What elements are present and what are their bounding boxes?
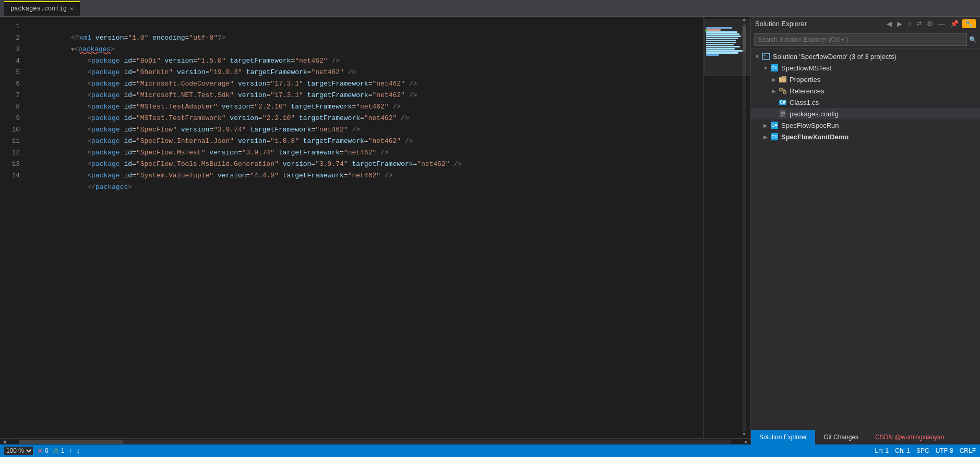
line-num-1: 1 xyxy=(0,21,20,32)
specflowspecrun-label: SpecFlowSpecRun xyxy=(781,122,839,129)
scroll-left-arrow[interactable]: ◀ xyxy=(0,439,8,445)
line-num-9: 9 xyxy=(0,113,20,124)
expand-icon-specflowmstest[interactable]: ▼ xyxy=(761,65,770,71)
status-bar: 100 % ✕ 0 ⚠ 1 ↑ ↓ Ln: 1 Ch: 1 SPC UTF-8 … xyxy=(0,444,980,457)
expand-icon-solution[interactable]: ▼ xyxy=(753,54,761,59)
expand-icon-specflowxunitdemo[interactable]: ▶ xyxy=(761,134,770,140)
solution-explorer-title: Solution Explorer xyxy=(755,20,807,28)
se-header-controls: ◀ ▶ ⌂ ⇄ ⚙ — 📌 🔧 xyxy=(885,19,976,28)
expand-icon-references[interactable]: ▶ xyxy=(770,88,778,94)
scroll-thumb[interactable] xyxy=(19,440,123,444)
tree-item-class1[interactable]: ▶ C# Class1.cs xyxy=(751,97,980,108)
se-forward-button[interactable]: ▶ xyxy=(895,19,904,28)
tab-close-button[interactable]: ✕ xyxy=(70,5,74,12)
tab-filename: packages.config xyxy=(10,5,67,13)
project-icon-specflowxunitdemo: C# xyxy=(770,133,779,141)
tree-item-solution[interactable]: ▼ Solution 'SpecflowDemo' (3 of 3 projec… xyxy=(751,51,980,62)
references-icon xyxy=(778,87,787,95)
tree-item-specflowxunitdemo[interactable]: ▶ C# SpecFlowXunitDemo xyxy=(751,131,980,142)
search-icon: 🔍 xyxy=(969,36,977,44)
error-count: 0 xyxy=(45,447,49,454)
line-num-14: 14 xyxy=(0,170,20,182)
line-num-13: 13 xyxy=(0,159,20,170)
svg-rect-3 xyxy=(780,88,782,91)
line-ending-status: CRLF xyxy=(960,447,976,454)
encoding-status: UTF-8 xyxy=(936,447,953,454)
tree-item-specflowmstest[interactable]: ▼ C# SpecflowMSTest xyxy=(751,62,980,74)
solution-icon xyxy=(761,52,771,61)
se-minimize-button[interactable]: — xyxy=(937,19,947,28)
solution-explorer-panel: Solution Explorer ◀ ▶ ⌂ ⇄ ⚙ — 📌 🔧 🔍 ▼ xyxy=(750,17,980,444)
line-num-7: 7 xyxy=(0,90,20,101)
svg-rect-2 xyxy=(763,57,768,57)
svg-rect-1 xyxy=(763,55,766,56)
scroll-track[interactable] xyxy=(19,440,732,444)
editor-tab[interactable]: packages.config ✕ xyxy=(4,1,80,16)
cs-icon-class1: C# xyxy=(778,98,787,106)
solution-label: Solution 'SpecflowDemo' (3 of 3 projects… xyxy=(773,53,897,61)
se-pin-button[interactable]: 📌 xyxy=(949,19,960,28)
editor-area: 1 2 3 4 5 6 7 8 9 10 11 12 13 14 <?xml v… xyxy=(0,17,750,444)
line-num-10: 10 xyxy=(0,124,20,136)
specflowxunitdemo-label: SpecFlowXunitDemo xyxy=(781,133,848,141)
code-line-1: <?xml version="1.0" encoding="utf-8"?> xyxy=(30,21,703,32)
warning-icon: ⚠ xyxy=(53,447,59,455)
line-num-6: 6 xyxy=(0,78,20,90)
class1-label: Class1.cs xyxy=(790,99,819,106)
project-icon-specflowspecrun: C# xyxy=(770,121,779,129)
main-layout: 1 2 3 4 5 6 7 8 9 10 11 12 13 14 <?xml v… xyxy=(0,17,980,444)
tree-item-references[interactable]: ▶ References xyxy=(751,85,980,97)
sort-up-button[interactable]: ↑ xyxy=(68,447,72,455)
spc-status: SPC xyxy=(916,447,929,454)
code-line-3: <package id="BoDi" version="1.5.0" targe… xyxy=(30,44,703,55)
se-tools-button[interactable]: 🔧 xyxy=(962,19,976,28)
svg-rect-4 xyxy=(783,91,786,93)
tree-item-properties[interactable]: ▶ Properties xyxy=(751,74,980,85)
title-bar: packages.config ✕ xyxy=(0,0,980,17)
sort-down-button[interactable]: ↓ xyxy=(76,447,80,455)
folder-icon-properties xyxy=(778,75,787,83)
status-error: ✕ 0 xyxy=(37,447,49,455)
solution-explorer-search[interactable] xyxy=(754,33,967,46)
status-right: Ln: 1 Ch: 1 SPC UTF-8 CRLF xyxy=(875,447,976,454)
line-num-5: 5 xyxy=(0,67,20,78)
config-icon-packages xyxy=(778,110,787,118)
solution-explorer-header: Solution Explorer ◀ ▶ ⌂ ⇄ ⚙ — 📌 🔧 xyxy=(751,17,980,31)
expand-icon-class1: ▶ xyxy=(770,100,778,105)
scroll-right-arrow[interactable]: ▶ xyxy=(742,439,750,445)
tab-csdn[interactable]: CSDN @wumingxiaoyao xyxy=(867,430,952,444)
bottom-tabs: Solution Explorer Git Changes CSDN @wumi… xyxy=(751,430,980,444)
tab-git-changes[interactable]: Git Changes xyxy=(815,430,867,444)
packages-config-label: packages.config xyxy=(790,110,839,118)
references-label: References xyxy=(790,87,824,95)
zoom-select[interactable]: 100 % xyxy=(4,447,33,455)
se-back-button[interactable]: ◀ xyxy=(885,19,893,28)
solution-explorer-tree: ▼ Solution 'SpecflowDemo' (3 of 3 projec… xyxy=(751,49,980,430)
line-num-8: 8 xyxy=(0,101,20,113)
expand-icon-specflowspecrun[interactable]: ▶ xyxy=(761,123,770,128)
expand-icon-packages: ▶ xyxy=(770,111,778,117)
code-editor[interactable]: <?xml version="1.0" encoding="utf-8"?> ▼… xyxy=(26,17,703,438)
warning-count: 1 xyxy=(61,447,65,454)
se-search-row: 🔍 xyxy=(751,31,980,49)
tree-item-packages-config[interactable]: ▶ packages.config xyxy=(751,108,980,119)
minimap-viewport xyxy=(704,19,750,76)
se-home-button[interactable]: ⌂ xyxy=(906,19,913,28)
line-numbers: 1 2 3 4 5 6 7 8 9 10 11 12 13 14 xyxy=(0,17,26,438)
error-icon: ✕ xyxy=(37,447,43,455)
ln-status: Ln: 1 xyxy=(875,447,889,454)
minimap: ▲ ▼ xyxy=(703,17,750,438)
project-icon-specflowmstest: C# xyxy=(770,64,779,72)
se-settings-button[interactable]: ⚙ xyxy=(925,19,935,28)
line-num-3: 3 xyxy=(0,44,20,55)
minimap-canvas xyxy=(704,17,750,438)
line-num-4: 4 xyxy=(0,55,20,67)
horizontal-scrollbar[interactable]: ◀ ▶ xyxy=(0,438,750,444)
expand-icon-properties[interactable]: ▶ xyxy=(770,77,778,82)
properties-label: Properties xyxy=(790,76,820,83)
tree-item-specflowspecrun[interactable]: ▶ C# SpecFlowSpecRun xyxy=(751,119,980,131)
editor-content: 1 2 3 4 5 6 7 8 9 10 11 12 13 14 <?xml v… xyxy=(0,17,750,438)
se-sync-button[interactable]: ⇄ xyxy=(915,20,923,28)
line-num-12: 12 xyxy=(0,147,20,159)
tab-solution-explorer[interactable]: Solution Explorer xyxy=(751,430,815,444)
